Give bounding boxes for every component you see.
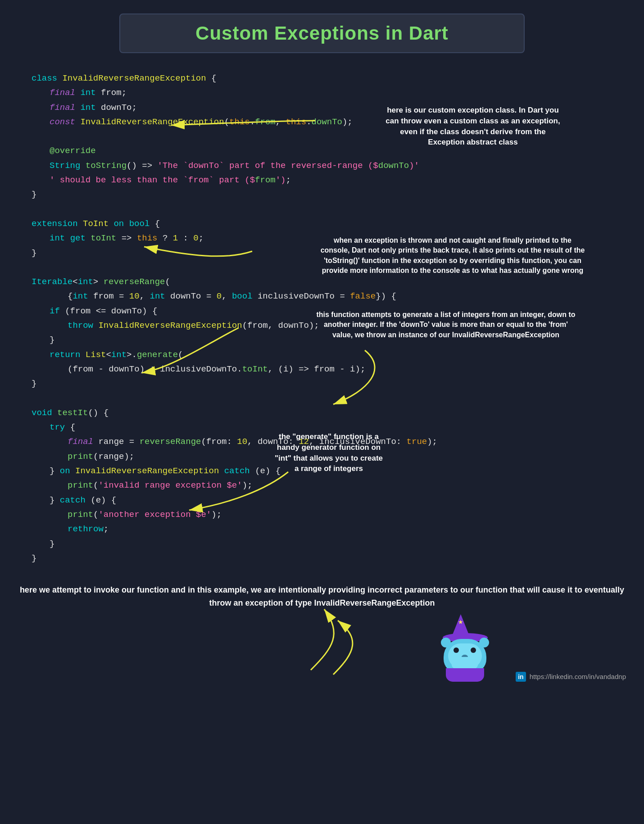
footer-row: ★: [18, 614, 626, 682]
code-line-12: int get toInt => this ? 1 : 0;: [50, 231, 626, 245]
mascot-area: ★: [435, 614, 498, 682]
code-line-9: }: [32, 187, 626, 202]
page-title: Custom Exceptions in Dart: [195, 23, 449, 44]
code-line-21: (from - downTo) + inclusiveDownTo.toInt,…: [68, 362, 626, 376]
linkedin-icon: in: [516, 672, 526, 682]
code-line-28: } on InvalidReverseRangeException catch …: [50, 464, 626, 478]
code-block: class InvalidReverseRangeException { fin…: [18, 71, 626, 566]
code-line-33: }: [50, 537, 626, 551]
bottom-section: here we attempt to invoke our function a…: [18, 584, 626, 682]
code-line-34: }: [32, 551, 626, 566]
code-line-31: print('another exception $e');: [68, 507, 626, 522]
code-line-23: [32, 391, 626, 406]
code-line-25: try {: [50, 420, 626, 435]
code-line-13: }: [32, 246, 626, 260]
code-line-3: final int downTo;: [50, 100, 626, 115]
code-line-10: [32, 202, 626, 217]
code-line-5: [32, 129, 626, 144]
code-line-6: @override: [50, 144, 626, 158]
page-container: Custom Exceptions in Dart class InvalidR…: [0, 0, 644, 824]
code-line-7: String toString() => 'The `downTo` part …: [50, 158, 626, 173]
linkedin-url: https://linkedin.com/in/vandadnp: [530, 673, 626, 680]
code-line-27: print(range);: [68, 449, 626, 464]
bottom-note: here we attempt to invoke our function a…: [18, 584, 626, 610]
code-line-30: } catch (e) {: [50, 493, 626, 507]
code-line-18: throw InvalidReverseRangeException(from,…: [68, 318, 626, 333]
code-line-32: rethrow;: [68, 522, 626, 536]
code-line-4: const InvalidReverseRangeException(this.…: [50, 115, 626, 129]
code-line-24: void testIt() {: [32, 406, 626, 420]
code-line-11: extension ToInt on bool {: [32, 217, 626, 231]
code-line-8: ' should be less than the `from` part ($…: [50, 173, 626, 187]
linkedin-badge[interactable]: in https://linkedin.com/in/vandadnp: [516, 672, 626, 682]
code-line-2: final int from;: [50, 86, 626, 100]
code-line-26: final range = reverseRange(from: 10, dow…: [68, 435, 626, 449]
code-line-15: Iterable<int> reverseRange(: [32, 275, 626, 289]
code-line-16: {int from = 10, int downTo = 0, bool inc…: [68, 289, 626, 303]
code-line-1: class InvalidReverseRangeException {: [32, 71, 626, 86]
code-line-17: if (from <= downTo) {: [50, 304, 626, 318]
code-line-22: }: [32, 376, 626, 391]
code-line-20: return List<int>.generate(: [50, 348, 626, 362]
code-line-29: print('invalid range exception $e');: [68, 478, 626, 493]
title-box: Custom Exceptions in Dart: [119, 14, 525, 53]
code-line-14: [32, 260, 626, 275]
code-line-19: }: [50, 333, 626, 347]
